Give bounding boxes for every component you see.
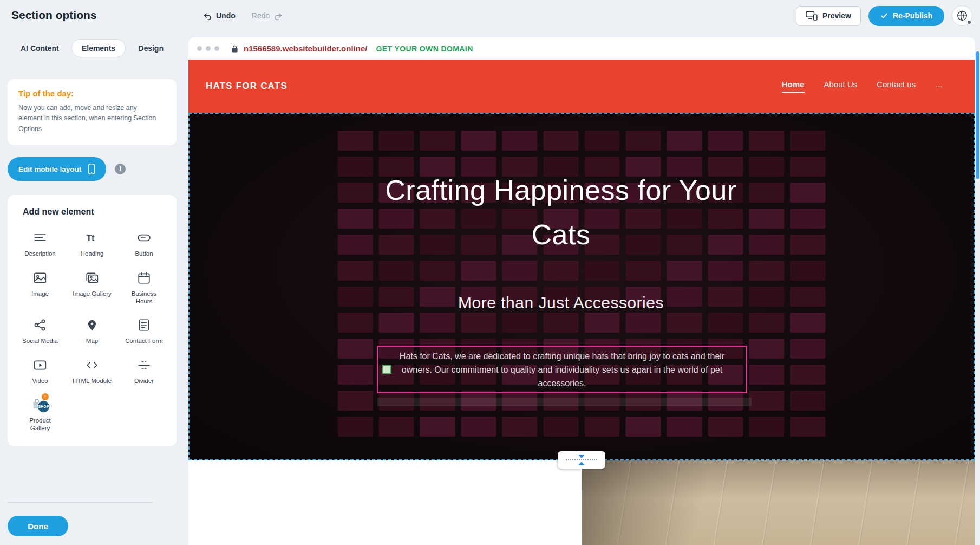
element-label: Map: [71, 337, 113, 345]
element-label: Image: [19, 290, 61, 297]
html-module-icon: [67, 357, 117, 373]
hero-grid-cell: [790, 287, 826, 307]
edit-mobile-label: Edit mobile layout: [18, 165, 81, 173]
site-header[interactable]: HATS FOR CATS Home About Us Contact us …: [188, 60, 975, 113]
hero-grid-cell: [749, 339, 785, 359]
hero-subheading[interactable]: More than Just Accessories: [458, 294, 664, 312]
globe-icon: [956, 10, 968, 22]
nav-item-more[interactable]: …: [935, 80, 943, 93]
element-product-gallery[interactable]: SHOP↑Product Gallery: [15, 397, 65, 432]
element-label: Social Media: [19, 337, 61, 345]
undo-label: Undo: [216, 11, 236, 20]
hero-grid-cell: [749, 391, 785, 411]
tab-ai-content[interactable]: AI Content: [11, 40, 69, 57]
nav-item-contact-us[interactable]: Contact us: [877, 80, 916, 93]
preview-button[interactable]: Preview: [796, 6, 861, 26]
hover-element-highlight: [377, 398, 752, 406]
next-section[interactable]: [188, 460, 975, 545]
element-drag-handle[interactable]: [382, 365, 391, 374]
hero-grid-cell: [420, 131, 455, 151]
hero-grid-cell: [502, 131, 538, 151]
hero-grid-cell: [749, 365, 785, 385]
hero-grid-cell: [338, 313, 373, 333]
element-label: Divider: [123, 377, 165, 385]
sidebar-tabs: AI Content Elements Design: [8, 39, 177, 57]
image-gallery-icon: [67, 270, 117, 286]
element-map[interactable]: Map: [67, 317, 117, 345]
element-divider[interactable]: Divider: [119, 357, 169, 385]
element-image-gallery[interactable]: Image Gallery: [67, 270, 117, 306]
selected-text-element[interactable]: Hats for Cats, we are dedicated to craft…: [377, 346, 747, 393]
element-button[interactable]: Button: [119, 230, 169, 257]
language-globe-button[interactable]: [952, 5, 972, 26]
hero-grid-cell: [461, 131, 496, 151]
nav-item-about-us[interactable]: About Us: [824, 80, 858, 93]
app-root: Section options Undo Redo Preview Re-Pub…: [0, 0, 980, 545]
hero-grid-cell: [749, 313, 785, 333]
hero-grid-cell: [544, 313, 579, 333]
element-description[interactable]: Description: [15, 230, 65, 257]
scrollbar: [975, 31, 979, 545]
social-media-icon: [15, 317, 65, 333]
hero-grid-cell: [708, 417, 743, 437]
notification-dot: [968, 21, 971, 24]
site-url[interactable]: n1566589.websitebuilder.online/: [244, 44, 367, 53]
hero-grid-cell: [420, 313, 455, 333]
hero-grid-cell: [749, 261, 785, 281]
history-controls: Undo Redo: [203, 0, 283, 31]
heading-icon: Tt: [67, 230, 117, 246]
hero-section-selected[interactable]: Crafting Happiness for Your Cats More th…: [188, 113, 975, 460]
hero-grid-cell: [585, 131, 620, 151]
add-element-card: Add new element DescriptionTtHeadingButt…: [8, 195, 177, 446]
tab-elements[interactable]: Elements: [71, 39, 126, 57]
hero-grid-cell: [790, 391, 826, 411]
hero-grid-cell: [749, 209, 785, 229]
element-palette: DescriptionTtHeadingButtonImageImage Gal…: [15, 230, 169, 432]
republish-label: Re-Publish: [893, 11, 932, 20]
element-heading[interactable]: TtHeading: [67, 230, 117, 257]
tab-design[interactable]: Design: [128, 40, 173, 57]
undo-button[interactable]: Undo: [203, 11, 236, 21]
hero-grid-cell: [667, 417, 702, 437]
hero-grid-cell: [749, 287, 785, 307]
hero-heading[interactable]: Crafting Happiness for Your Cats: [382, 168, 740, 257]
get-your-own-domain-link[interactable]: GET YOUR OWN DOMAIN: [376, 44, 473, 53]
video-icon: [15, 357, 65, 373]
tip-of-the-day-card: Tip of the day: Now you can add, move an…: [8, 79, 177, 145]
element-image[interactable]: Image: [15, 270, 65, 306]
map-icon: [67, 317, 117, 333]
redo-label: Redo: [252, 11, 270, 20]
scrollbar-thumb[interactable]: [976, 51, 979, 179]
section-resize-handle[interactable]: [558, 451, 605, 469]
element-social-media[interactable]: Social Media: [15, 317, 65, 345]
site-logo[interactable]: HATS FOR CATS: [206, 81, 288, 92]
republish-button[interactable]: Re-Publish: [868, 6, 944, 26]
done-button[interactable]: Done: [8, 516, 68, 536]
topbar-actions: Preview Re-Publish: [796, 0, 972, 31]
redo-button[interactable]: Redo: [252, 11, 283, 21]
hero-grid-cell: [790, 417, 826, 437]
sidebar-divider: [8, 502, 153, 503]
nav-item-home[interactable]: Home: [782, 80, 805, 93]
sidebar: AI Content Elements Design Tip of the da…: [0, 31, 188, 545]
lock-icon: [231, 44, 238, 53]
add-element-title: Add new element: [23, 207, 169, 217]
element-contact-form[interactable]: Contact Form: [119, 317, 169, 345]
hero-grid-cell: [667, 261, 702, 281]
devices-icon: [806, 11, 818, 21]
hero-grid-cell: [379, 287, 414, 307]
page-title: Section options: [11, 9, 97, 22]
info-icon[interactable]: i: [115, 164, 126, 174]
hero-grid-cell: [790, 183, 826, 203]
edit-mobile-layout-button[interactable]: Edit mobile layout: [8, 157, 106, 181]
element-label: Description: [19, 250, 61, 257]
hero-grid-cell: [338, 183, 373, 203]
element-html-module[interactable]: HTML Module: [67, 357, 117, 385]
hero-grid-cell: [708, 261, 743, 281]
element-video[interactable]: Video: [15, 357, 65, 385]
hero-grid-cell: [420, 417, 455, 437]
hero-grid-cell: [708, 287, 743, 307]
element-business-hours[interactable]: Business Hours: [119, 270, 169, 306]
preview-label: Preview: [822, 11, 851, 20]
phone-icon: [88, 163, 95, 175]
